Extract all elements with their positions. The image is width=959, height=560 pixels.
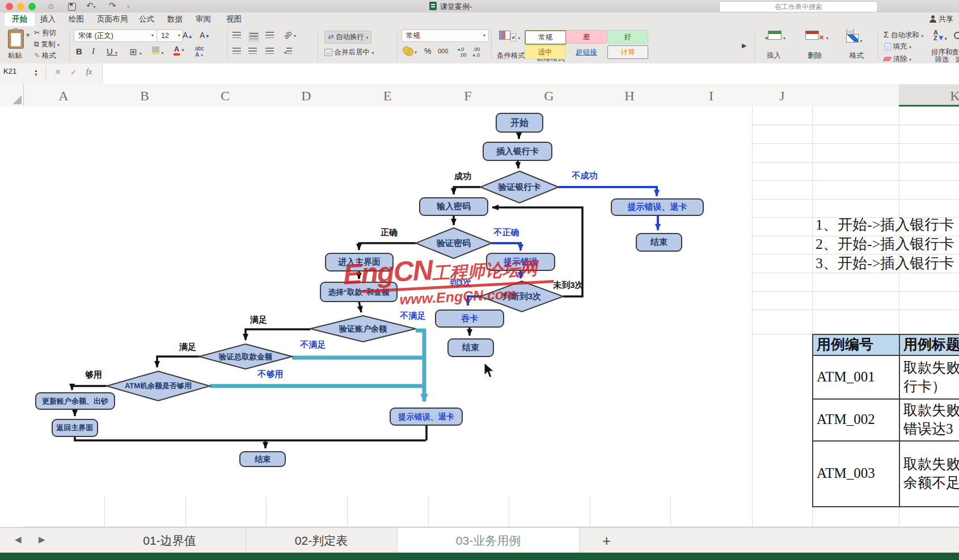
- select-all-corner[interactable]: [0, 84, 24, 106]
- name-box[interactable]: K21: [3, 67, 16, 75]
- sort-filter-icon[interactable]: AZ▼▾: [933, 29, 947, 42]
- save-icon[interactable]: [68, 3, 76, 11]
- share-button[interactable]: 共享: [929, 14, 953, 24]
- font-color-icon[interactable]: A ▾: [174, 45, 184, 53]
- zoom-window-button[interactable]: [28, 3, 36, 10]
- find-select-button[interactable]: 查找和选择: [952, 49, 959, 63]
- toolbar-options-icon[interactable]: ⌄: [126, 2, 130, 9]
- fill-color-icon[interactable]: ▾: [152, 46, 164, 56]
- ribbon-tab-6[interactable]: 数据: [160, 12, 190, 26]
- format-cells-button[interactable]: 格式: [850, 51, 864, 61]
- home-icon[interactable]: ⌂: [48, 1, 53, 10]
- excel-window: ⌂ ↶▾ ↷ ⌄ 课堂案例- 在工作表中搜索 共享 开始插入绘图页面布局公式数据…: [0, 0, 959, 560]
- column-header-I[interactable]: I: [709, 88, 713, 104]
- sheet-tab-1[interactable]: 01-边界值: [94, 528, 246, 553]
- search-input[interactable]: 在工作表中搜索: [719, 1, 878, 12]
- increase-decimal-icon[interactable]: ◂.0.00: [457, 46, 467, 58]
- align-bottom-icon[interactable]: [265, 32, 274, 40]
- sheet-tab-3[interactable]: 03-业务用例: [397, 528, 580, 553]
- clear-button[interactable]: 清除 ▾: [884, 54, 911, 64]
- styles-more-button[interactable]: ▶: [742, 42, 746, 49]
- delete-cells-button[interactable]: 删除: [808, 51, 822, 61]
- conditional-format-icon[interactable]: ≠ ▾: [499, 31, 521, 41]
- number-format-select[interactable]: 常规▾: [402, 29, 489, 42]
- cell-style-计算[interactable]: 计算: [607, 45, 648, 59]
- decrease-decimal-icon[interactable]: .00▸.0: [473, 46, 480, 58]
- prev-sheet-icon[interactable]: ◀: [15, 534, 22, 545]
- format-cells-icon[interactable]: |↔| ▾: [846, 28, 863, 44]
- increase-font-icon[interactable]: A▲: [183, 31, 193, 40]
- ribbon-tab-1[interactable]: 开始: [5, 12, 35, 26]
- add-sheet-button[interactable]: +: [602, 532, 611, 550]
- align-middle-icon[interactable]: [248, 32, 259, 42]
- sheet-tab-2[interactable]: 02-判定表: [246, 528, 398, 553]
- fill-button[interactable]: ↓ 填充 ▾: [885, 42, 911, 52]
- merge-center-button[interactable]: ↔ 合并后居中 ▾: [324, 48, 374, 57]
- sort-filter-button[interactable]: 排序和筛选: [931, 49, 953, 63]
- bold-button[interactable]: B: [76, 46, 82, 56]
- comma-icon[interactable]: 000: [438, 48, 448, 54]
- fx-icon[interactable]: fx: [86, 67, 92, 77]
- indent-icon[interactable]: ◂: [284, 48, 292, 56]
- cancel-icon[interactable]: ✕: [54, 67, 61, 77]
- cell-style-好[interactable]: 好: [607, 30, 648, 44]
- cell-style-适中[interactable]: 适中: [525, 45, 565, 59]
- decrease-font-icon[interactable]: A▼: [200, 31, 210, 40]
- cell-style-差[interactable]: 差: [566, 30, 607, 44]
- cell-style-超链接[interactable]: 超链接: [566, 45, 607, 59]
- ribbon-tab-3[interactable]: 绘图: [61, 12, 91, 26]
- next-sheet-icon[interactable]: ▶: [39, 534, 45, 545]
- paste-icon[interactable]: [8, 29, 24, 49]
- autosum-button[interactable]: Σ 自动求和 ▾: [884, 29, 923, 40]
- table-row-id: ATM_002: [812, 398, 899, 440]
- copy-button[interactable]: ⧉ 复制 ▾: [34, 40, 60, 49]
- ribbon-tab-5[interactable]: 公式: [132, 12, 162, 26]
- insert-cells-icon[interactable]: ◂ ▾: [764, 31, 785, 41]
- cut-button[interactable]: ✂ 剪切: [34, 28, 56, 38]
- cell-style-常规[interactable]: 常规: [525, 30, 567, 45]
- undo-icon[interactable]: ↶▾: [86, 1, 96, 11]
- align-top-icon[interactable]: [233, 32, 241, 40]
- redo-icon[interactable]: ↷: [109, 1, 116, 11]
- name-box-stepper[interactable]: ▲▼: [34, 69, 38, 77]
- font-name-select[interactable]: 宋体 (正文)▾: [74, 29, 157, 42]
- minimize-window-button[interactable]: [17, 3, 24, 10]
- column-header-K[interactable]: K: [950, 88, 959, 104]
- table-cell-line: 错误达3: [903, 419, 959, 438]
- borders-icon[interactable]: ⊞ ▾: [129, 46, 142, 57]
- align-left-icon[interactable]: [233, 48, 241, 56]
- font-size-select[interactable]: 12▾: [157, 29, 183, 42]
- column-header-A[interactable]: A: [58, 88, 68, 104]
- ribbon-tab-7[interactable]: 审阅: [188, 12, 218, 26]
- close-window-button[interactable]: [6, 3, 13, 10]
- column-header-E[interactable]: E: [383, 88, 392, 104]
- conditional-format-button[interactable]: 条件格式: [497, 51, 525, 61]
- column-header-G[interactable]: G: [544, 88, 554, 104]
- column-header-F[interactable]: F: [464, 88, 471, 104]
- column-header-B[interactable]: B: [140, 88, 149, 104]
- column-header-J[interactable]: J: [779, 88, 784, 104]
- enter-icon[interactable]: ✓: [70, 67, 77, 77]
- insert-cells-button[interactable]: 插入: [767, 51, 781, 61]
- currency-icon[interactable]: ▾: [403, 46, 417, 56]
- column-header-H[interactable]: H: [624, 88, 634, 104]
- underline-button[interactable]: U ▾: [107, 46, 117, 56]
- ribbon-tab-2[interactable]: 插入: [33, 12, 63, 26]
- format-painter-button[interactable]: ✎ 格式: [34, 51, 56, 61]
- formula-input[interactable]: [103, 63, 959, 84]
- paste-button[interactable]: 粘贴: [8, 51, 22, 61]
- clear-format-icon[interactable]: abcA ▾: [195, 45, 204, 58]
- italic-button[interactable]: I: [92, 46, 95, 56]
- orientation-icon[interactable]: ab ▾: [284, 31, 296, 39]
- ribbon-tab-8[interactable]: 视图: [219, 12, 249, 26]
- column-header-D[interactable]: D: [301, 88, 311, 104]
- find-select-icon[interactable]: [954, 32, 959, 41]
- align-center-icon[interactable]: [248, 48, 257, 56]
- align-right-icon[interactable]: [265, 48, 274, 56]
- column-headers[interactable]: ABCDEFGHIJK: [0, 84, 959, 107]
- column-header-C[interactable]: C: [221, 88, 230, 104]
- ribbon-tab-4[interactable]: 页面布局: [90, 12, 135, 26]
- wrap-text-button[interactable]: ⇄ 自动换行 ▾: [324, 31, 371, 44]
- delete-cells-icon[interactable]: ✕ ▾: [805, 31, 829, 41]
- percent-icon[interactable]: %: [424, 46, 431, 56]
